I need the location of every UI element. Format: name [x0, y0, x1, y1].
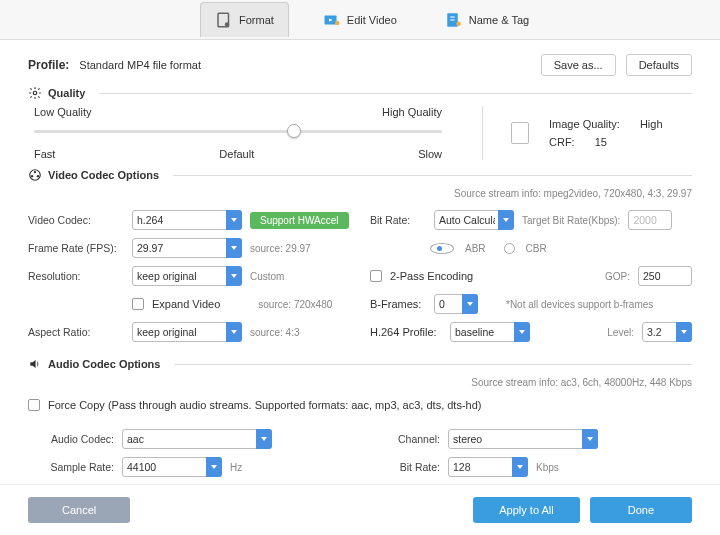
tab-format[interactable]: Format	[200, 2, 289, 37]
abr-label: ABR	[465, 243, 486, 254]
apply-to-all-button[interactable]: Apply to All	[473, 497, 579, 523]
fast-label: Fast	[34, 148, 55, 160]
profile-row: Profile: Standard MP4 file format Save a…	[28, 54, 692, 76]
done-button[interactable]: Done	[590, 497, 692, 523]
video-codec-title: Video Codec Options	[48, 169, 159, 181]
tab-name-tag[interactable]: Name & Tag	[431, 3, 543, 37]
chevron-down-icon[interactable]	[206, 457, 222, 477]
chevron-down-icon[interactable]	[226, 266, 242, 286]
two-pass-label: 2-Pass Encoding	[390, 270, 473, 282]
resolution-source: source: 720x480	[258, 299, 332, 310]
svg-point-10	[37, 175, 39, 177]
audio-bitrate-label: Bit Rate:	[370, 461, 440, 473]
film-icon	[28, 168, 42, 182]
audio-codec-select[interactable]	[122, 429, 272, 449]
bframes-label: B-Frames:	[370, 298, 426, 310]
document-icon	[511, 122, 529, 144]
chevron-down-icon[interactable]	[256, 429, 272, 449]
video-source-info: Source stream info: mpeg2video, 720x480,…	[28, 188, 692, 199]
low-quality-label: Low Quality	[34, 106, 91, 118]
audio-codec-section-head: Audio Codec Options	[28, 357, 692, 371]
tab-edit-label: Edit Video	[347, 14, 397, 26]
custom-label: Custom	[250, 271, 284, 282]
gop-input[interactable]	[638, 266, 692, 286]
hz-label: Hz	[230, 462, 242, 473]
video-codec-section-head: Video Codec Options	[28, 168, 692, 182]
sample-rate-label: Sample Rate:	[28, 461, 114, 473]
fps-label: Frame Rate (FPS):	[28, 242, 124, 254]
cbr-radio[interactable]	[504, 243, 515, 254]
aspect-ratio-label: Aspect Ratio:	[28, 326, 124, 338]
audio-codec-title: Audio Codec Options	[48, 358, 160, 370]
aspect-ratio-source: source: 4:3	[250, 327, 299, 338]
tab-name-label: Name & Tag	[469, 14, 529, 26]
profile-value: Standard MP4 file format	[79, 59, 201, 71]
hwaccel-button[interactable]: Support HWAccel	[250, 212, 349, 229]
force-copy-checkbox[interactable]	[28, 399, 40, 411]
svg-point-1	[225, 22, 230, 27]
speaker-icon	[28, 357, 42, 371]
tab-format-label: Format	[239, 14, 274, 26]
chevron-down-icon[interactable]	[462, 294, 478, 314]
cancel-button[interactable]: Cancel	[28, 497, 130, 523]
audio-source-info: Source stream info: ac3, 6ch, 48000Hz, 4…	[28, 377, 692, 388]
chevron-down-icon[interactable]	[676, 322, 692, 342]
chevron-down-icon[interactable]	[226, 210, 242, 230]
profile-label: Profile:	[28, 58, 69, 72]
bframes-note: *Not all devices support b-frames	[506, 299, 653, 310]
audio-codec-label: Audio Codec:	[28, 433, 114, 445]
chevron-down-icon[interactable]	[582, 429, 598, 449]
level-label: Level:	[607, 327, 634, 338]
svg-point-8	[34, 171, 36, 173]
crf-label: CRF:	[549, 136, 575, 148]
edit-video-icon	[323, 11, 341, 29]
svg-point-6	[33, 91, 37, 95]
quality-title: Quality	[48, 87, 85, 99]
default-label: Default	[219, 148, 254, 160]
cbr-label: CBR	[526, 243, 547, 254]
name-tag-icon	[445, 11, 463, 29]
kbps-label: Kbps	[536, 462, 559, 473]
svg-point-5	[456, 21, 461, 26]
chevron-down-icon[interactable]	[512, 457, 528, 477]
svg-point-9	[31, 175, 33, 177]
gear-icon	[28, 86, 42, 100]
target-bitrate-label: Target Bit Rate(Kbps):	[522, 215, 620, 226]
image-quality-label: Image Quality:	[549, 118, 620, 130]
defaults-button[interactable]: Defaults	[626, 54, 692, 76]
format-icon	[215, 11, 233, 29]
fps-source: source: 29.97	[250, 243, 311, 254]
chevron-down-icon[interactable]	[498, 210, 514, 230]
slow-label: Slow	[418, 148, 442, 160]
quality-slider[interactable]	[34, 122, 442, 146]
crf-value: 15	[595, 136, 607, 148]
bitrate-label: Bit Rate:	[370, 214, 426, 226]
force-copy-label: Force Copy (Pass through audio streams. …	[48, 399, 481, 411]
two-pass-checkbox[interactable]	[370, 270, 382, 282]
gop-label: GOP:	[605, 271, 630, 282]
channel-label: Channel:	[370, 433, 440, 445]
image-quality-value: High	[640, 118, 663, 130]
chevron-down-icon[interactable]	[226, 238, 242, 258]
resolution-label: Resolution:	[28, 270, 124, 282]
channel-select[interactable]	[448, 429, 598, 449]
target-bitrate-input[interactable]	[628, 210, 672, 230]
svg-point-3	[335, 20, 340, 25]
video-codec-label: Video Codec:	[28, 214, 124, 226]
quality-section-head: Quality	[28, 86, 692, 100]
chevron-down-icon[interactable]	[514, 322, 530, 342]
high-quality-label: High Quality	[382, 106, 442, 118]
footer: Cancel Apply to All Done	[0, 484, 720, 535]
tab-edit-video[interactable]: Edit Video	[309, 3, 411, 37]
expand-video-checkbox[interactable]	[132, 298, 144, 310]
expand-video-label: Expand Video	[152, 298, 220, 310]
chevron-down-icon[interactable]	[226, 322, 242, 342]
tab-bar: Format Edit Video Name & Tag	[0, 0, 720, 40]
abr-radio[interactable]	[430, 243, 454, 254]
h264-profile-label: H.264 Profile:	[370, 326, 442, 338]
save-as-button[interactable]: Save as...	[541, 54, 616, 76]
